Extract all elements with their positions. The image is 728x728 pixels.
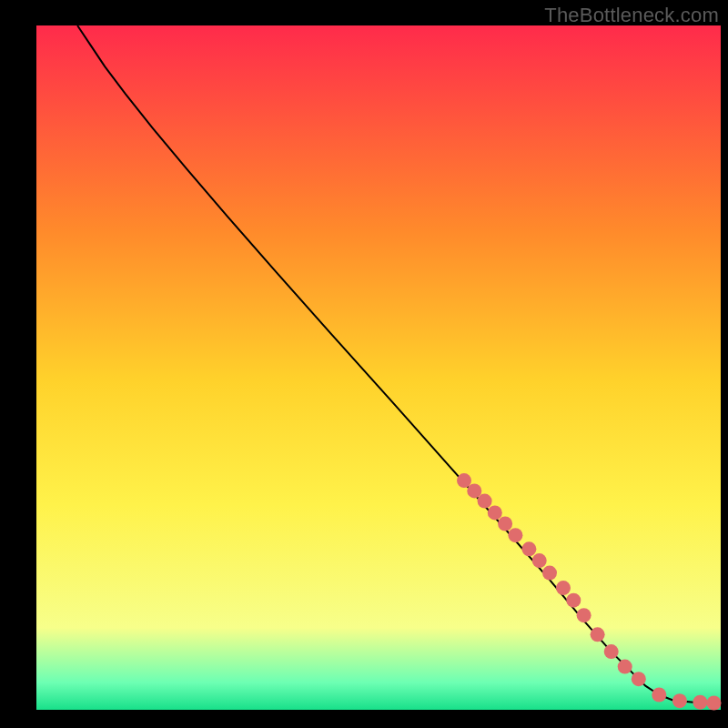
data-marker (707, 696, 722, 711)
data-marker (521, 541, 536, 556)
data-marker (542, 566, 557, 581)
plot-background (36, 25, 721, 710)
data-marker (604, 644, 619, 659)
data-marker (508, 528, 522, 542)
chart-svg (0, 0, 728, 728)
data-marker (532, 553, 547, 568)
data-marker (652, 688, 666, 703)
data-marker (672, 693, 687, 708)
data-marker (457, 473, 471, 488)
data-marker (693, 695, 707, 710)
chart-frame: { "watermark": "TheBottleneck.com", "col… (0, 0, 728, 728)
data-marker (577, 608, 592, 622)
data-marker (498, 517, 512, 531)
data-marker (632, 672, 646, 686)
data-marker (556, 581, 571, 595)
data-marker (566, 593, 581, 608)
data-marker (478, 494, 492, 509)
data-marker (618, 660, 632, 674)
data-marker (591, 627, 605, 642)
watermark-text: TheBottleneck.com (544, 4, 719, 27)
data-marker (488, 505, 502, 520)
